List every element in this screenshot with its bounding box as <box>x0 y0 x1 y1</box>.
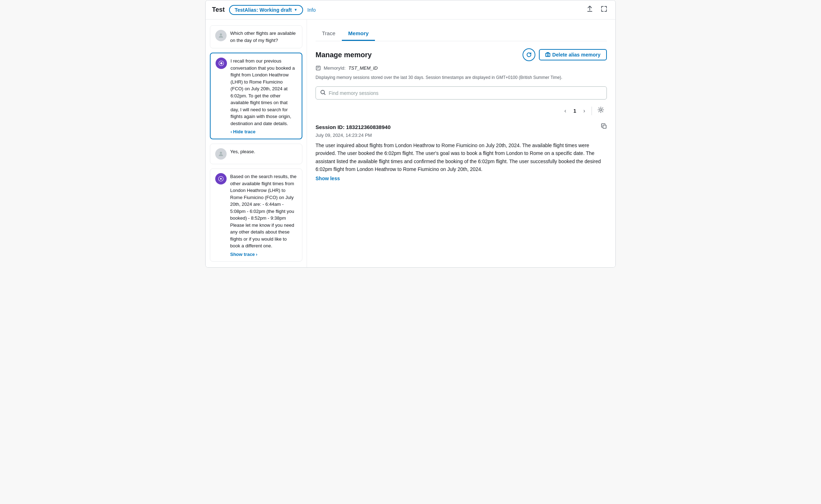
next-page-button[interactable]: › <box>581 106 587 116</box>
memory-id-prefix: MemoryId: <box>324 65 345 71</box>
alias-badge[interactable]: TestAlias: Working draft ▼ <box>229 5 303 15</box>
prev-page-button[interactable]: ‹ <box>562 106 568 116</box>
app-title: Test <box>212 6 225 14</box>
refresh-button[interactable] <box>523 48 535 61</box>
hide-trace-icon: ‹ <box>231 129 232 134</box>
show-trace-icon: › <box>256 252 257 257</box>
search-input[interactable] <box>329 90 602 96</box>
user-avatar-1 <box>215 30 227 41</box>
memory-actions: Delete alias memory <box>523 48 607 61</box>
session-timestamp: July 09, 2024, 14:23:24 PM <box>316 133 607 138</box>
hide-trace-link[interactable]: ‹ Hide trace <box>231 129 255 134</box>
copy-session-id-button[interactable] <box>601 123 607 130</box>
header: Test TestAlias: Working draft ▼ Info <box>206 0 615 20</box>
pagination-row: ‹ 1 › <box>316 105 607 116</box>
session-header: Session ID: 183212360838940 <box>316 123 607 130</box>
main-layout: Which other flights are available on the… <box>206 20 615 267</box>
svg-rect-6 <box>546 53 550 57</box>
tabs: Trace Memory <box>316 27 607 41</box>
chat-message-3: Yes, please. <box>210 144 302 164</box>
tab-memory[interactable]: Memory <box>342 27 375 41</box>
show-trace-link[interactable]: Show trace › <box>230 252 258 257</box>
delete-alias-memory-button[interactable]: Delete alias memory <box>539 49 607 60</box>
info-link[interactable]: Info <box>307 7 316 13</box>
svg-point-5 <box>220 178 222 180</box>
manage-memory-title: Manage memory <box>316 51 372 59</box>
chat-message-4: Based on the search results, the other a… <box>210 168 302 262</box>
message-text-4: Based on the search results, the other a… <box>230 173 297 250</box>
pagination-divider <box>592 107 592 115</box>
right-panel: Trace Memory Manage memory <box>307 20 615 267</box>
app-container: Test TestAlias: Working draft ▼ Info <box>205 0 616 268</box>
message-text-2: I recall from our previous conversation … <box>231 58 297 127</box>
memory-id-row: MemoryId: TST_MEM_ID <box>316 65 607 71</box>
show-less-link[interactable]: Show less <box>316 176 607 181</box>
message-text-3: Yes, please. <box>230 148 297 155</box>
chat-message-2: I recall from our previous conversation … <box>210 53 302 139</box>
search-box[interactable] <box>316 86 607 100</box>
session-content: The user inquired about flights from Lon… <box>316 141 607 173</box>
alias-label: TestAlias: Working draft <box>235 7 292 13</box>
memory-description: Displaying memory sessions stored over t… <box>316 74 607 81</box>
memory-id-icon <box>316 65 321 71</box>
tab-trace[interactable]: Trace <box>316 27 342 41</box>
svg-rect-10 <box>603 125 606 128</box>
chat-message-1: Which other flights are available on the… <box>210 25 302 48</box>
search-icon <box>320 90 326 96</box>
message-content-4: Based on the search results, the other a… <box>230 173 297 257</box>
memory-panel: Manage memory <box>316 48 607 181</box>
expand-icon[interactable] <box>599 4 609 16</box>
share-icon[interactable] <box>585 4 595 16</box>
svg-point-2 <box>221 63 222 64</box>
user-avatar-3 <box>215 148 227 160</box>
page-number: 1 <box>571 108 578 114</box>
agent-avatar-4 <box>215 173 227 184</box>
svg-point-0 <box>220 33 222 36</box>
svg-point-3 <box>220 152 222 154</box>
agent-avatar-2 <box>216 58 227 69</box>
header-icons <box>585 4 609 16</box>
memory-header: Manage memory <box>316 48 607 61</box>
session-id: Session ID: 183212360838940 <box>316 124 391 130</box>
message-content-2: I recall from our previous conversation … <box>231 58 297 134</box>
message-text-1: Which other flights are available on the… <box>230 30 297 44</box>
chevron-down-icon: ▼ <box>294 8 297 12</box>
memory-id-value: TST_MEM_ID <box>348 65 377 71</box>
svg-point-9 <box>600 109 602 111</box>
chat-panel: Which other flights are available on the… <box>206 20 307 267</box>
header-left: Test TestAlias: Working draft ▼ Info <box>212 5 316 15</box>
session-card: Session ID: 183212360838940 July 09, 202… <box>316 123 607 181</box>
settings-icon[interactable] <box>596 105 605 116</box>
